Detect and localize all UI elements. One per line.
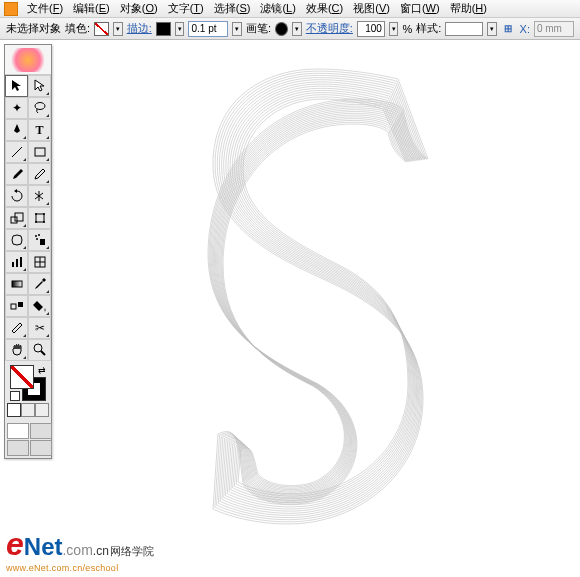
menu-object[interactable]: 对象(O): [115, 1, 163, 16]
pen-tool[interactable]: [5, 119, 28, 141]
style-dropdown[interactable]: ▾: [487, 22, 497, 36]
warp-tool[interactable]: [5, 229, 28, 251]
paintbrush-tool[interactable]: [5, 163, 28, 185]
artwork-s-shape: [158, 54, 478, 556]
fill-swatch[interactable]: [94, 22, 109, 36]
opacity-input[interactable]: [357, 21, 385, 37]
scissors-tool[interactable]: ✂: [28, 317, 51, 339]
lasso-tool[interactable]: [28, 97, 51, 119]
svg-point-11: [35, 235, 37, 237]
scale-tool[interactable]: [5, 207, 28, 229]
svg-point-7: [43, 213, 45, 215]
watermark-url: www.eNet.com.cn/eschool: [6, 563, 154, 573]
pencil-tool[interactable]: [28, 163, 51, 185]
menu-type[interactable]: 文字(T): [163, 1, 209, 16]
svg-rect-2: [35, 148, 45, 156]
reflect-tool[interactable]: [28, 185, 51, 207]
default-colors-icon[interactable]: [10, 391, 20, 401]
brush-dropdown[interactable]: ▾: [292, 22, 302, 36]
svg-point-12: [38, 234, 40, 236]
svg-rect-14: [12, 262, 14, 267]
svg-line-1: [12, 147, 22, 157]
toolbox-header[interactable]: [5, 45, 51, 75]
stroke-swatch[interactable]: [156, 22, 171, 36]
watermark-cn: .cn: [93, 544, 109, 558]
watermark-cn-chars: 网络学院: [110, 545, 154, 557]
options-bar: 未选择对象 填色: ▾ 描边: ▾ ▾ 画笔: ▾ 不透明度: ▾ % 样式: …: [0, 18, 580, 40]
color-mode-gradient[interactable]: [21, 403, 35, 417]
svg-point-9: [43, 221, 45, 223]
menu-window[interactable]: 窗口(W): [395, 1, 445, 16]
symbol-sprayer-tool[interactable]: [28, 229, 51, 251]
x-label: X:: [520, 23, 530, 35]
menu-help[interactable]: 帮助(H): [445, 1, 492, 16]
svg-rect-20: [12, 281, 22, 287]
svg-rect-16: [20, 257, 22, 267]
watermark: eNet.com.cn 网络学院 www.eNet.com.cn/eschool: [6, 526, 154, 573]
screen-mode-presentation[interactable]: [30, 440, 52, 456]
watermark-e: e: [6, 526, 24, 562]
zoom-tool[interactable]: [28, 339, 51, 361]
svg-point-8: [35, 221, 37, 223]
stroke-label[interactable]: 描边:: [127, 21, 152, 36]
brush-preview[interactable]: [275, 22, 288, 36]
stroke-weight-dropdown[interactable]: ▾: [232, 22, 242, 36]
column-graph-tool[interactable]: [5, 251, 28, 273]
selection-status: 未选择对象: [6, 21, 61, 36]
svg-point-0: [35, 103, 45, 110]
svg-rect-5: [36, 214, 44, 222]
svg-point-6: [35, 213, 37, 215]
fill-color-icon[interactable]: [10, 365, 34, 389]
magic-wand-tool[interactable]: ✦: [5, 97, 28, 119]
swap-colors-icon[interactable]: ⇄: [38, 365, 46, 375]
x-input[interactable]: [534, 21, 574, 37]
color-mode-none[interactable]: [35, 403, 49, 417]
app-icon: [4, 2, 18, 16]
screen-mode-full[interactable]: [7, 440, 29, 456]
svg-rect-21: [11, 304, 16, 309]
svg-rect-3: [11, 217, 17, 223]
svg-rect-22: [18, 302, 23, 307]
eyedropper-tool[interactable]: [28, 273, 51, 295]
style-swatch[interactable]: [445, 22, 483, 36]
menu-filter[interactable]: 滤镜(L): [255, 1, 300, 16]
align-icon[interactable]: ⊞: [501, 21, 516, 37]
free-transform-tool[interactable]: [28, 207, 51, 229]
gradient-tool[interactable]: [5, 273, 28, 295]
fill-label: 填色:: [65, 21, 90, 36]
mesh-tool[interactable]: [28, 251, 51, 273]
opacity-unit: %: [402, 23, 412, 35]
fill-dropdown[interactable]: ▾: [113, 22, 123, 36]
opacity-dropdown[interactable]: ▾: [389, 22, 399, 36]
rotate-tool[interactable]: [5, 185, 28, 207]
menu-select[interactable]: 选择(S): [209, 1, 256, 16]
color-area: ⇄: [5, 361, 51, 421]
slice-tool[interactable]: [5, 317, 28, 339]
svg-line-24: [41, 351, 45, 355]
svg-point-13: [36, 238, 38, 240]
color-mode-solid[interactable]: [7, 403, 21, 417]
stroke-dropdown[interactable]: ▾: [175, 22, 185, 36]
blend-tool[interactable]: [5, 295, 28, 317]
opacity-label[interactable]: 不透明度:: [306, 21, 353, 36]
brush-label: 画笔:: [246, 21, 271, 36]
hand-tool[interactable]: [5, 339, 28, 361]
direct-selection-tool[interactable]: [28, 75, 51, 97]
live-paint-bucket-tool[interactable]: [28, 295, 51, 317]
type-tool[interactable]: T: [28, 119, 51, 141]
stroke-weight-input[interactable]: [188, 21, 228, 37]
style-label: 样式:: [416, 21, 441, 36]
menu-file[interactable]: 文件(F): [22, 1, 68, 16]
fill-stroke-indicator[interactable]: ⇄: [10, 365, 46, 401]
screen-mode-standard[interactable]: [7, 423, 29, 439]
watermark-net: Net: [24, 533, 63, 560]
selection-tool[interactable]: [5, 75, 28, 97]
menu-view[interactable]: 视图(V): [348, 1, 395, 16]
screen-mode-full-menubar[interactable]: [30, 423, 52, 439]
line-tool[interactable]: [5, 141, 28, 163]
toolbox: ✦ T ✂ ⇄: [4, 44, 52, 459]
canvas-area[interactable]: [56, 44, 580, 577]
menu-effect[interactable]: 效果(C): [301, 1, 348, 16]
rectangle-tool[interactable]: [28, 141, 51, 163]
menu-edit[interactable]: 编辑(E): [68, 1, 115, 16]
